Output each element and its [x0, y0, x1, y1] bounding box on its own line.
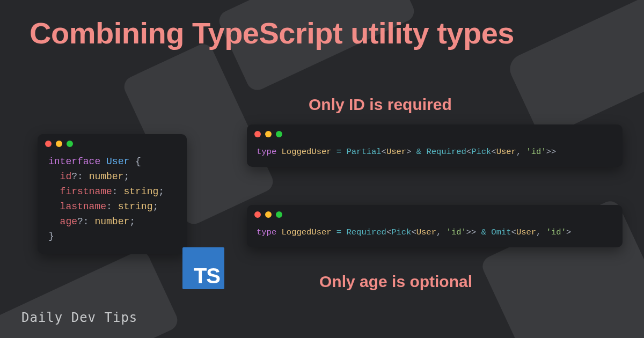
brace: }	[48, 231, 54, 241]
brand-name: Daily Dev Tips	[21, 310, 137, 325]
primitive-type: string	[118, 201, 153, 212]
string-literal: 'id'	[546, 227, 566, 237]
keyword: interface	[48, 156, 100, 167]
keyword: type	[257, 147, 276, 157]
utility-type: Required	[426, 147, 466, 157]
code-window-type2: type LoggedUser = Required<Pick<User, 'i…	[247, 205, 623, 247]
operator: =	[336, 227, 341, 237]
operator: &	[481, 227, 486, 237]
minimize-icon	[56, 141, 62, 147]
typescript-logo-icon: TS	[182, 247, 224, 289]
close-icon	[254, 131, 261, 137]
type-name: LoggedUser	[282, 147, 332, 157]
string-literal: 'id'	[526, 147, 546, 157]
page-title: Combining TypeScript utility types	[0, 0, 644, 50]
traffic-lights	[247, 205, 623, 222]
operator: &	[416, 147, 421, 157]
annotation-only-age: Only age is optional	[319, 273, 472, 291]
utility-type: Pick	[471, 147, 491, 157]
code-body: interface User { id?: number; firstname:…	[38, 151, 187, 254]
maximize-icon	[67, 141, 73, 147]
utility-type: Partial	[346, 147, 381, 157]
type-name: User	[106, 156, 129, 167]
utility-type: Required	[346, 227, 386, 237]
close-icon	[254, 211, 261, 218]
string-literal: 'id'	[447, 227, 466, 237]
traffic-lights	[38, 134, 187, 151]
property: id	[60, 171, 72, 182]
brace: {	[135, 156, 141, 167]
type-ref: User	[386, 147, 406, 157]
annotation-only-id: Only ID is required	[309, 95, 452, 114]
minimize-icon	[265, 211, 272, 218]
type-ref: User	[416, 227, 436, 237]
code-body: type LoggedUser = Partial<User> & Requir…	[247, 142, 623, 167]
code-window-type1: type LoggedUser = Partial<User> & Requir…	[247, 124, 623, 167]
maximize-icon	[276, 211, 282, 218]
traffic-lights	[247, 124, 623, 142]
type-ref: User	[496, 147, 516, 157]
primitive-type: string	[123, 186, 158, 197]
minimize-icon	[265, 131, 272, 137]
code-window-interface: interface User { id?: number; firstname:…	[38, 134, 187, 254]
type-name: LoggedUser	[282, 227, 332, 237]
close-icon	[45, 141, 52, 147]
logo-text: TS	[194, 264, 220, 288]
maximize-icon	[276, 131, 282, 137]
primitive-type: number	[89, 171, 124, 182]
code-body: type LoggedUser = Required<Pick<User, 'i…	[247, 222, 623, 247]
operator: =	[336, 147, 341, 157]
property: firstname	[60, 186, 112, 197]
type-ref: User	[516, 227, 536, 237]
property: lastname	[60, 201, 106, 212]
primitive-type: number	[94, 216, 129, 227]
utility-type: Omit	[491, 227, 511, 237]
utility-type: Pick	[391, 227, 411, 237]
property: age	[60, 216, 77, 227]
keyword: type	[257, 227, 276, 237]
